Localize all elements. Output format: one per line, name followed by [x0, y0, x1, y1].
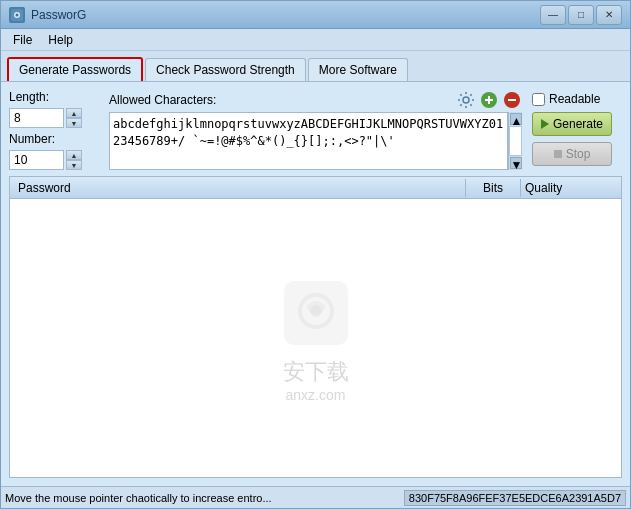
- table-body: 安下载 anxz.com: [10, 199, 621, 477]
- col-password-header: Password: [10, 179, 466, 197]
- tabs-bar: Generate Passwords Check Password Streng…: [1, 51, 630, 81]
- number-spinner: ▲ ▼: [9, 150, 99, 170]
- length-spinner: ▲ ▼: [9, 108, 99, 128]
- textarea-wrap: abcdefghijklmnopqrstuvwxyzABCDEFGHIJKLMN…: [109, 112, 522, 170]
- textarea-scrollbar: ▲ ▼: [508, 112, 522, 170]
- title-controls: — □ ✕: [540, 5, 622, 25]
- status-hash: 830F75F8A96FEF37E5EDCE6A2391A5D7: [404, 490, 626, 506]
- readable-label: Readable: [549, 92, 600, 106]
- maximize-button[interactable]: □: [568, 5, 594, 25]
- app-icon: [9, 7, 25, 23]
- svg-point-2: [16, 13, 19, 16]
- number-up-button[interactable]: ▲: [66, 150, 82, 160]
- svg-rect-6: [284, 281, 348, 345]
- allowed-icons: [456, 90, 522, 110]
- stop-icon: [554, 150, 562, 158]
- number-down-button[interactable]: ▼: [66, 160, 82, 170]
- svg-point-7: [300, 295, 332, 327]
- settings-icon-button[interactable]: [456, 90, 476, 110]
- svg-point-3: [463, 97, 469, 103]
- play-icon: [541, 119, 549, 129]
- svg-point-8: [310, 305, 322, 317]
- number-label: Number:: [9, 132, 99, 146]
- length-spinner-btns: ▲ ▼: [66, 108, 82, 128]
- allowed-label: Allowed Characters:: [109, 93, 216, 107]
- close-button[interactable]: ✕: [596, 5, 622, 25]
- allowed-header: Allowed Characters:: [109, 90, 522, 110]
- scrollbar-track[interactable]: [509, 126, 522, 156]
- allowed-chars-textarea[interactable]: abcdefghijklmnopqrstuvwxyzABCDEFGHIJKLMN…: [109, 112, 508, 170]
- readable-checkbox-wrap: Readable: [532, 92, 600, 106]
- remove-icon: [503, 91, 521, 109]
- password-table: Password Bits Quality 安下载 anxz.com: [9, 176, 622, 478]
- length-up-button[interactable]: ▲: [66, 108, 82, 118]
- generate-label: Generate: [553, 117, 603, 131]
- length-input[interactable]: [9, 108, 64, 128]
- number-spinner-btns: ▲ ▼: [66, 150, 82, 170]
- status-bar: Move the mouse pointer chaotically to in…: [1, 486, 630, 508]
- watermark-icon: [276, 273, 356, 353]
- left-controls: Length: ▲ ▼ Number: ▲ ▼: [9, 90, 99, 170]
- tab-more[interactable]: More Software: [308, 58, 408, 81]
- col-quality-header: Quality: [521, 179, 621, 197]
- window-title: PassworG: [31, 8, 86, 22]
- scrollbar-up-button[interactable]: ▲: [510, 113, 522, 125]
- scrollbar-down-button[interactable]: ▼: [510, 157, 522, 169]
- tab-check[interactable]: Check Password Strength: [145, 58, 306, 81]
- title-bar-left: PassworG: [9, 7, 86, 23]
- main-window: PassworG — □ ✕ File Help Generate Passwo…: [0, 0, 631, 509]
- generate-button[interactable]: Generate: [532, 112, 612, 136]
- readable-checkbox[interactable]: [532, 93, 545, 106]
- top-row: Length: ▲ ▼ Number: ▲ ▼: [9, 90, 622, 170]
- watermark-cn-text: 安下载: [283, 357, 349, 387]
- gear-icon: [457, 91, 475, 109]
- stop-label: Stop: [566, 147, 591, 161]
- add-icon: [480, 91, 498, 109]
- remove-charset-button[interactable]: [502, 90, 522, 110]
- length-down-button[interactable]: ▼: [66, 118, 82, 128]
- number-input[interactable]: [9, 150, 64, 170]
- main-content: Length: ▲ ▼ Number: ▲ ▼: [1, 81, 630, 486]
- table-header: Password Bits Quality: [10, 177, 621, 199]
- menu-help[interactable]: Help: [40, 31, 81, 49]
- add-charset-button[interactable]: [479, 90, 499, 110]
- status-message: Move the mouse pointer chaotically to in…: [5, 492, 402, 504]
- watermark: 安下载 anxz.com: [276, 273, 356, 403]
- right-panel: Readable Generate Stop: [532, 90, 622, 170]
- length-label: Length:: [9, 90, 99, 104]
- allowed-section: Allowed Characters:: [109, 90, 522, 170]
- watermark-url: anxz.com: [286, 387, 346, 403]
- menu-file[interactable]: File: [5, 31, 40, 49]
- title-bar: PassworG — □ ✕: [1, 1, 630, 29]
- minimize-button[interactable]: —: [540, 5, 566, 25]
- col-bits-header: Bits: [466, 179, 521, 197]
- tab-generate[interactable]: Generate Passwords: [7, 57, 143, 81]
- stop-button[interactable]: Stop: [532, 142, 612, 166]
- menu-bar: File Help: [1, 29, 630, 51]
